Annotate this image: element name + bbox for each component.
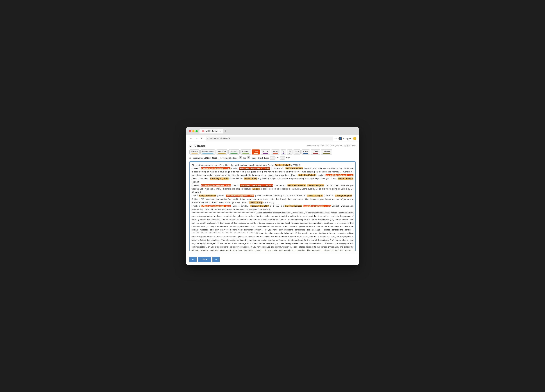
entity-email-kmrind-1[interactable]: kmrindfleisch@gmail . com: [326, 174, 353, 176]
entity-teelin-kelly-3[interactable]: Teelin , Kelly A: [338, 177, 353, 180]
doc-id-label: id:: [189, 157, 192, 159]
close-window-button[interactable]: [189, 130, 191, 132]
entity-label-date: Date: [254, 150, 258, 152]
entity-color-check: [313, 153, 318, 154]
right-label: Right: [286, 156, 290, 160]
entity-color-organization: [202, 153, 213, 154]
entity-label-check: Check: [313, 150, 318, 152]
switch-type-buttons: ← Left → Right: [270, 156, 290, 160]
entity-color-amount: [242, 153, 249, 154]
entity-email-kate-3[interactable]: KATeelin@michaelbest . com: [201, 205, 231, 207]
app-title: MITIE Trainer: [189, 145, 205, 147]
text-content-area[interactable]: Oh , that makes me so sad . Poor thing .…: [189, 161, 356, 251]
entity-color-ip: [283, 153, 284, 154]
incognito-label: Incognito: [343, 137, 352, 140]
entity-btn-amount[interactable]: Amount: [240, 150, 251, 155]
entity-btn-account[interactable]: Account: [229, 150, 240, 155]
entity-btn-person[interactable]: Person: [189, 150, 200, 155]
entity-label-ip: Ip: [283, 150, 284, 152]
entity-date-2[interactable]: February 11, 2010: [210, 177, 229, 180]
entity-label-case: Case: [303, 150, 308, 152]
entity-btn-id[interactable]: Id: [287, 150, 292, 155]
entity-teelin-kelly-2[interactable]: Teelin , Kelly: [244, 177, 257, 180]
entity-btn-address[interactable]: Address: [321, 150, 332, 155]
entity-color-date: [254, 153, 258, 154]
incognito-area: 👤 Incognito: [339, 137, 356, 140]
entity-label-person: Person: [191, 150, 198, 152]
entity-maggie[interactable]: Maggie: [252, 188, 260, 190]
entity-email-kate-1[interactable]: KATeelin@michaelbest . com: [201, 167, 231, 169]
address-bar: ← → ↻ ☆ 👤 Incognito: [186, 135, 359, 142]
entity-color-account: [230, 153, 238, 154]
entity-btn-ip[interactable]: Ip: [281, 150, 286, 155]
new-tab-button[interactable]: +: [224, 130, 226, 133]
maximize-window-button[interactable]: [196, 130, 198, 132]
tab-favicon: 🧠: [202, 130, 204, 133]
url-input[interactable]: [206, 137, 333, 140]
minimize-window-button[interactable]: [192, 130, 194, 132]
entity-kelly-rindfleisch-3[interactable]: Kelly Rindfleisch;: [287, 184, 306, 187]
entity-kelly-rindfleisch-1[interactable]: Kelly Rindfleisch: [285, 167, 303, 169]
tab-title: MITIE Trainer: [206, 130, 219, 133]
keyboard-shortcuts-bar: id: scottwalker1/00224_00225 - Keyboard …: [189, 156, 356, 160]
entity-kelly-rindfleisch-4[interactable]: Kelly Rindfleisch: [198, 195, 216, 197]
entity-color-phone: [263, 153, 268, 154]
tag-key: t: [239, 157, 242, 159]
entity-label-email: Email: [273, 150, 278, 152]
entity-label-ssn: Ssn: [295, 150, 299, 152]
reload-button[interactable]: ↻: [200, 137, 204, 140]
entity-teelin-kelly-5[interactable]: Teelin , Kelly: [249, 201, 263, 204]
entity-buttons-container: Person Organization Location Account Amo…: [189, 150, 356, 155]
entity-carolyn-hughes-2[interactable]: 'Carolyn Hughes: [335, 195, 352, 197]
entity-btn-organization[interactable]: Organization: [200, 150, 216, 155]
app-header: MITIE Trainer last saved: 19:11:55 GMT-0…: [189, 145, 356, 147]
tab-area: 🧠 MITIE Trainer × +: [199, 129, 356, 133]
entity-email-kate-2[interactable]: KATeelin@michaelbest . com: [201, 184, 231, 187]
entity-teelin-kelly-4[interactable]: Teelin , Kelly A: [307, 195, 323, 197]
entity-btn-phone[interactable]: Phone: [261, 150, 270, 155]
entity-btn-date[interactable]: Date: [252, 150, 260, 155]
entity-color-case: [303, 153, 308, 154]
tab-close-button[interactable]: ×: [220, 130, 221, 132]
entity-label-id: Id: [289, 150, 291, 152]
left-label: Left: [276, 156, 279, 160]
bookmark-button[interactable]: ☆: [334, 137, 337, 140]
entity-kelly-rindfleisch-2[interactable]: Kelly Rindfleisch: [298, 174, 316, 176]
entity-color-address: [323, 153, 330, 154]
entity-date-3[interactable]: Thursday , February 11, 2010 8: [240, 184, 273, 187]
last-saved-status: last saved: 19:11:55 GMT-0400 (Eastern D…: [307, 145, 356, 147]
tag-label: tag: [243, 157, 246, 159]
nav-footer: ← Home →: [186, 254, 359, 265]
title-bar: 🧠 MITIE Trainer × +: [186, 127, 359, 135]
switch-left-button[interactable]: ←: [270, 156, 275, 160]
doc-id-value: scottwalker1/00224_00225: [193, 157, 217, 159]
entity-label-address: Address: [323, 150, 330, 152]
entity-carolyn-hughes-3[interactable]: Carolyn Hughes;: [285, 205, 302, 207]
active-tab[interactable]: 🧠 MITIE Trainer ×: [199, 129, 223, 133]
shortcuts-label: Keyboard Shortcuts:: [220, 157, 238, 159]
app-content: MITIE Trainer last saved: 19:11:55 GMT-0…: [186, 142, 359, 254]
entity-email-kmrind-2[interactable]: kmrindfleisch@gmail . com: [226, 195, 254, 197]
entity-teelin-kelly-a-1[interactable]: Teelin , Kelly A: [275, 164, 291, 166]
switch-right-button[interactable]: →: [280, 156, 285, 160]
forward-button[interactable]: →: [194, 137, 199, 140]
next-button[interactable]: →: [212, 257, 220, 262]
entity-btn-location[interactable]: Location: [216, 150, 228, 155]
entity-color-location: [218, 153, 226, 154]
entity-color-email: [273, 153, 278, 154]
prev-button[interactable]: ←: [189, 257, 197, 262]
user-avatar: [353, 137, 356, 140]
entity-email-kmrind-3[interactable]: kmrindfleisch@gmail . com: [303, 205, 331, 207]
entity-btn-email[interactable]: Email: [271, 150, 280, 155]
entity-carolyn-hughes-1[interactable]: 'Carolyn Hughes: [307, 184, 324, 187]
home-button[interactable]: Home: [198, 257, 211, 262]
incognito-icon: 👤: [339, 137, 342, 140]
entity-date-4[interactable]: February 11, 2010: [250, 205, 269, 207]
entity-date-1[interactable]: Thursday , February 11, 2010: [239, 167, 270, 170]
entity-btn-case[interactable]: Case: [301, 150, 310, 155]
entity-btn-check[interactable]: Check: [311, 150, 320, 155]
back-button[interactable]: ←: [189, 137, 193, 140]
entity-btn-ssn[interactable]: Ssn: [293, 150, 301, 155]
entity-label-organization: Organization: [202, 150, 213, 152]
entity-color-ssn: [295, 153, 299, 154]
